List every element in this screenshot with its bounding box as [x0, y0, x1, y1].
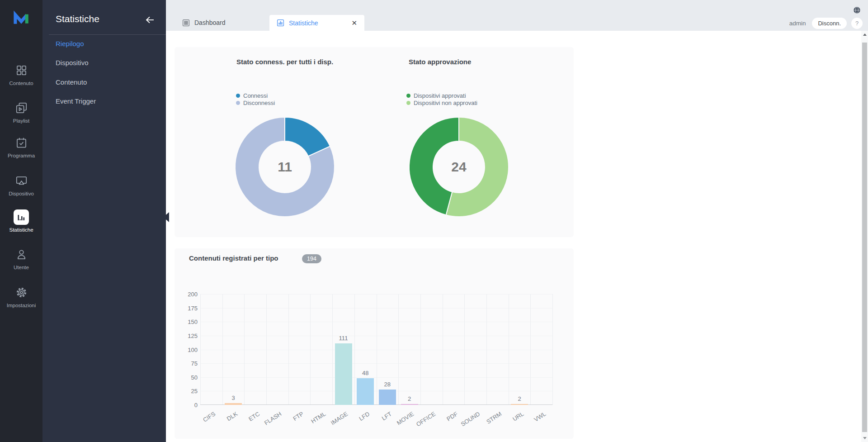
bar-chart-title: Contenuti registrati per tipo: [189, 254, 278, 262]
device-status-card: Stato conness. per tutti i disp.Connessi…: [175, 47, 574, 237]
gridline: [244, 294, 245, 405]
approval-chart-title: Stato approvazione: [409, 58, 471, 66]
gridline: [354, 294, 355, 405]
sidebar-item-label: Impostazioni: [0, 303, 42, 308]
gridline: [332, 294, 333, 405]
tab-label: Dashboard: [194, 19, 226, 26]
sidebar-item-contenuto[interactable]: Contenuto: [0, 62, 42, 86]
stats-icon: [277, 19, 284, 27]
legend-item[interactable]: Connessi: [236, 92, 275, 99]
sidebar-item-label: Playlist: [0, 118, 42, 124]
content-by-type-card: Contenuti registrati per tipo19402550751…: [175, 248, 574, 439]
sidebar-item-utente[interactable]: Utente: [0, 247, 42, 270]
language-globe-icon[interactable]: [853, 6, 861, 14]
gear-icon: [14, 285, 29, 300]
x-axis-tick-label: OFFICE: [415, 410, 437, 428]
bar-value-label: 2: [398, 395, 421, 402]
y-axis-tick-label: 50: [177, 374, 198, 381]
help-button[interactable]: ?: [851, 18, 863, 29]
approval-donut-chart: 24: [407, 115, 510, 219]
sidebar-item-label: Statistiche: [0, 227, 42, 233]
gridline: [420, 294, 421, 405]
bar-lfd: [357, 378, 374, 405]
legend-label: Disconnessi: [243, 100, 275, 106]
x-axis-tick-label: LFD: [358, 410, 371, 422]
sidebar-item-programma[interactable]: Programma: [0, 135, 42, 158]
bar-chart-icon: [14, 209, 29, 225]
x-axis-tick-label: LFT: [380, 410, 393, 422]
panel-item-contenuto[interactable]: Contenuto: [42, 78, 166, 86]
x-axis-tick-label: ETC: [247, 410, 261, 423]
legend-dot: [406, 94, 410, 98]
y-axis-tick-label: 0: [177, 402, 198, 409]
tab-dashboard[interactable]: Dashboard: [175, 14, 269, 31]
tab-label: Statistiche: [289, 19, 318, 27]
username: admin: [789, 20, 806, 27]
bar-value-label: 2: [508, 395, 531, 402]
legend-label: Dispositivi non approvati: [414, 100, 477, 106]
gridline: [288, 294, 289, 405]
sidebar-item-statistiche[interactable]: Statistiche: [0, 209, 42, 233]
active-nav-indicator: [163, 212, 169, 222]
x-axis: [200, 404, 552, 405]
scroll-up-button[interactable]: [861, 31, 868, 39]
x-axis-tick-label: URL: [511, 410, 525, 423]
close-tab-icon[interactable]: ✕: [351, 19, 357, 26]
x-axis-tick-label: FLASH: [263, 410, 283, 426]
x-axis-tick-label: SOUND: [459, 410, 481, 428]
tab-statistiche[interactable]: Statistiche✕: [269, 15, 364, 31]
dashboard-content: Stato conness. per tutti i disp.Connessi…: [166, 31, 868, 442]
primary-sidebar: Contenuto Playlist Programma Dispositivo…: [0, 0, 42, 442]
tab-header: Dashboard Statistiche✕ admin Disconn. ?: [166, 0, 868, 31]
bar-value-label: 3: [222, 394, 245, 401]
x-axis-tick-label: VWL: [533, 410, 547, 423]
magicinfo-app: Contenuto Playlist Programma Dispositivo…: [0, 0, 868, 442]
sidebar-item-playlist[interactable]: Playlist: [0, 100, 42, 124]
x-axis-tick-label: CIFS: [202, 410, 217, 423]
x-axis-tick-label: HTML: [310, 410, 327, 425]
bar-value-label: 28: [376, 381, 399, 388]
gridline: [398, 294, 399, 405]
panel-item-event-trigger[interactable]: Event Trigger: [42, 97, 166, 105]
secondary-sidebar: Statistiche RiepilogoDispositivoContenut…: [42, 0, 166, 442]
legend-dot: [236, 94, 240, 98]
gridline: [509, 294, 509, 405]
donut-total: 11: [233, 115, 336, 219]
legend-label: Dispositivi approvati: [414, 92, 466, 99]
sidebar-item-impostazioni[interactable]: Impostazioni: [0, 285, 42, 308]
x-axis-tick-label: MOVIE: [395, 410, 415, 426]
gridline: [200, 294, 201, 405]
legend-item[interactable]: Dispositivi approvati: [406, 92, 477, 99]
approval-chart-legend: Dispositivi approvatiDispositivi non app…: [406, 92, 477, 106]
bar-lft: [379, 390, 396, 405]
logout-button[interactable]: Disconn.: [812, 18, 847, 29]
y-axis-tick-label: 150: [177, 318, 198, 325]
legend-item[interactable]: Dispositivi non approvati: [406, 99, 477, 106]
total-count-badge: 194: [302, 254, 321, 263]
sidebar-item-label: Programma: [0, 153, 42, 158]
dashboard-icon: [182, 19, 190, 27]
sidebar-item-dispositivo[interactable]: Dispositivo: [0, 173, 42, 196]
magicinfo-logo: [12, 10, 31, 29]
sidebar-item-label: Utente: [0, 265, 42, 270]
gridline: [464, 294, 465, 405]
panel-item-dispositivo[interactable]: Dispositivo: [42, 59, 166, 67]
user-bar: admin Disconn. ?: [789, 17, 863, 29]
x-axis-tick-label: STRM: [485, 410, 503, 425]
bar-value-label: 111: [332, 335, 355, 342]
collapse-panel-icon[interactable]: [144, 14, 155, 25]
panel-title: Statistiche: [56, 14, 99, 24]
bar-value-label: 48: [354, 370, 377, 376]
scroll-down-button[interactable]: [861, 434, 868, 442]
sidebar-item-label: Contenuto: [0, 81, 42, 86]
y-axis-tick-label: 125: [177, 333, 198, 339]
y-axis-tick-label: 200: [177, 291, 198, 298]
panel-item-riepilogo[interactable]: Riepilogo: [42, 40, 166, 48]
legend-item[interactable]: Disconnessi: [236, 99, 275, 106]
scrollbar-thumb[interactable]: [862, 43, 867, 432]
legend-dot: [236, 101, 240, 105]
grid-icon: [14, 62, 29, 78]
bar-image: [335, 343, 352, 405]
gridline: [552, 294, 553, 405]
vertical-scrollbar: [861, 31, 868, 442]
